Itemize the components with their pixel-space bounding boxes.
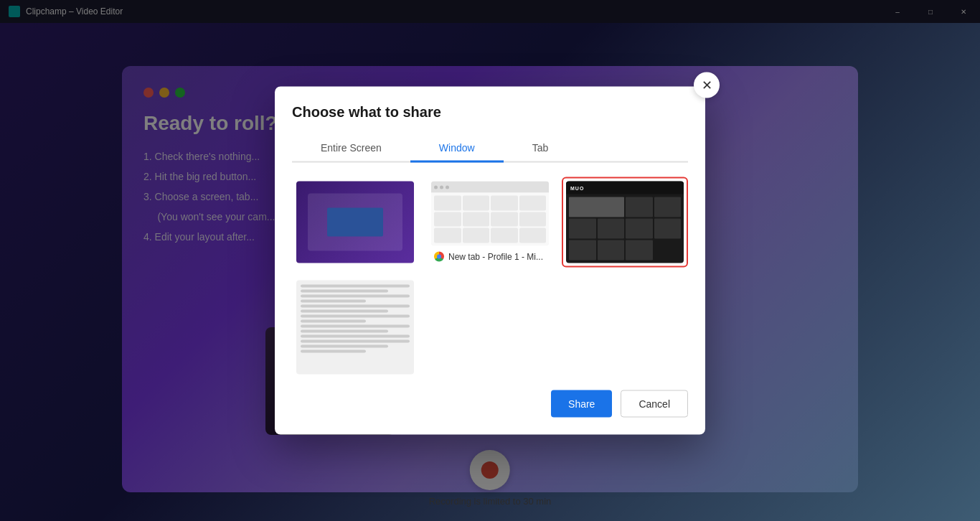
newtab-label: New tab - Profile 1 - Mi... [431, 250, 549, 263]
muo-preview: MUO [566, 182, 684, 263]
dialog-title: Choose what to share [292, 104, 688, 121]
chrome-icon-newtab [434, 252, 444, 262]
window-item-clipchamp[interactable]: C Clipchamp – Video Editor [292, 177, 418, 268]
share-button[interactable]: Share [551, 390, 612, 418]
doc-preview [296, 281, 414, 375]
tab-entire-screen[interactable]: Entire Screen [292, 135, 410, 163]
dialog-footer: Share Cancel [292, 390, 688, 418]
window-item-newtab[interactable]: New tab - Profile 1 - Mi... [427, 177, 553, 268]
clipchamp-preview [296, 182, 414, 263]
newtab-name: New tab - Profile 1 - Mi... [448, 252, 543, 262]
window-item-muo[interactable]: MUO Windows | MUO - Goo... [562, 177, 688, 268]
share-tabs: Entire Screen Window Tab [292, 135, 688, 163]
share-dialog: ✕ Choose what to share Entire Screen Win… [275, 87, 705, 435]
cancel-button[interactable]: Cancel [621, 390, 688, 418]
windows-grid: C Clipchamp – Video Editor [292, 177, 688, 379]
window-item-document[interactable]: T clipchamp screen and c... [292, 276, 418, 379]
tab-tab[interactable]: Tab [504, 135, 578, 163]
newtab-preview [431, 182, 549, 246]
close-dialog-button[interactable]: ✕ [694, 72, 720, 98]
tab-window[interactable]: Window [410, 135, 504, 163]
